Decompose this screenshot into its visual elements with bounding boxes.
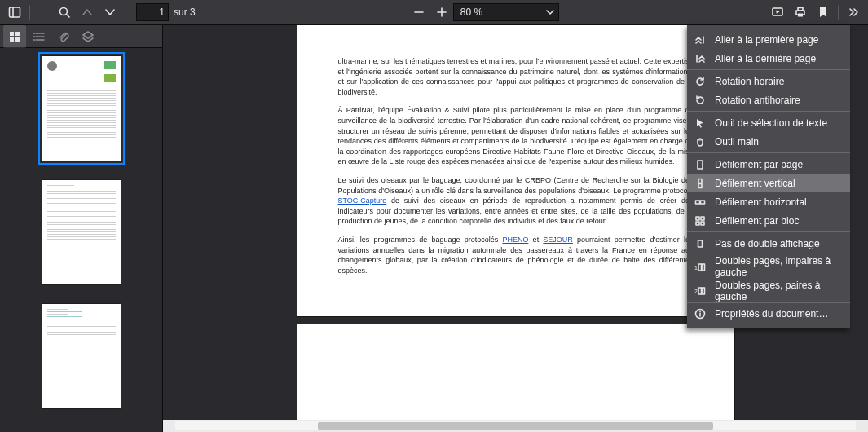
svg-rect-21: [698, 161, 703, 169]
svg-rect-26: [696, 217, 699, 220]
svg-point-20: [33, 39, 35, 41]
menu-label: Défilement par page: [715, 159, 842, 170]
separator: [838, 5, 839, 20]
svg-rect-25: [701, 201, 705, 204]
horizontal-scrollbar[interactable]: [163, 420, 868, 432]
svg-rect-13: [10, 37, 14, 42]
info-icon: [694, 307, 707, 320]
doc-text: À PatriNat, l'équipe Évaluation & Suivi …: [338, 106, 694, 165]
tools-menu-button[interactable]: [842, 1, 865, 24]
menu-label: Pas de double affichage: [715, 238, 842, 249]
svg-rect-29: [701, 222, 704, 225]
svg-text:2: 2: [694, 289, 698, 294]
hand-icon: [694, 135, 707, 148]
prev-page-button[interactable]: [76, 1, 99, 24]
page-1: ultra-marine, sur les thématiques terres…: [297, 25, 734, 316]
menu-label: Rotation antihoraire: [715, 95, 842, 106]
svg-rect-33: [702, 264, 705, 271]
sidebar: [0, 25, 163, 432]
menu-scroll-wrapped[interactable]: Défilement par bloc: [687, 211, 850, 230]
menu-label: Outil de sélection de texte: [715, 117, 842, 129]
menu-document-properties[interactable]: Propriétés du document…: [687, 305, 850, 324]
menu-label: Défilement par bloc: [715, 215, 842, 227]
svg-rect-28: [696, 222, 699, 225]
menu-first-page[interactable]: Aller à la première page: [687, 30, 850, 49]
scroll-horizontal-icon: [694, 196, 707, 209]
svg-point-19: [33, 36, 35, 37]
outline-tab[interactable]: [28, 25, 51, 48]
thumbnail-list: [0, 48, 162, 432]
menu-label: Doubles pages, impaires à gauche: [715, 256, 842, 279]
search-button[interactable]: [53, 1, 76, 24]
doc-text: Le suivi des oiseaux par le baguage, coo…: [338, 176, 694, 195]
menu-spread-odd[interactable]: 1 Doubles pages, impaires à gauche: [687, 253, 850, 282]
rotate-ccw-icon: [694, 94, 707, 107]
scrollbar-thumb[interactable]: [318, 422, 712, 430]
svg-point-18: [33, 33, 35, 34]
separator: [29, 5, 30, 20]
doc-text: ultra-marine, sur les thématiques terres…: [338, 57, 694, 96]
menu-scroll-page[interactable]: Défilement par page: [687, 155, 850, 174]
menu-label: Défilement vertical: [715, 178, 842, 189]
menu-rotate-cw[interactable]: Rotation horaire: [687, 72, 850, 90]
thumbnails-tab[interactable]: [3, 25, 26, 48]
thumbnail-page-2[interactable]: [42, 180, 121, 284]
print-button[interactable]: [789, 1, 812, 24]
svg-rect-12: [15, 32, 20, 36]
menu-rotate-ccw[interactable]: Rotation antihoraire: [687, 90, 850, 109]
svg-rect-14: [15, 37, 20, 42]
menu-text-select-tool[interactable]: Outil de sélection de texte: [687, 113, 850, 132]
cursor-icon: [694, 117, 707, 130]
menu-hand-tool[interactable]: Outil main: [687, 132, 850, 151]
bookmark-button[interactable]: [812, 1, 835, 24]
svg-rect-27: [701, 217, 704, 220]
thumbnail-page-3[interactable]: [42, 304, 121, 408]
svg-rect-23: [698, 183, 702, 187]
menu-label: Outil main: [715, 136, 842, 148]
layers-tab[interactable]: [77, 25, 99, 48]
doc-text: et: [528, 236, 543, 244]
svg-rect-11: [10, 32, 14, 36]
menu-label: Défilement horizontal: [715, 196, 842, 208]
svg-line-3: [67, 15, 70, 18]
scroll-vertical-icon: [694, 177, 707, 190]
menu-scroll-vertical[interactable]: Défilement vertical: [687, 174, 850, 192]
page-number-input[interactable]: [136, 3, 169, 21]
next-page-button[interactable]: [99, 1, 121, 24]
menu-last-page[interactable]: Aller à la dernière page: [687, 49, 850, 68]
link-stoc-capture[interactable]: STOC-Capture: [338, 196, 387, 205]
svg-point-38: [699, 311, 701, 313]
menu-scroll-horizontal[interactable]: Défilement horizontal: [687, 192, 850, 211]
attachments-tab[interactable]: [52, 25, 75, 48]
zoom-value: 80 %: [460, 7, 482, 18]
presentation-button[interactable]: [766, 1, 789, 24]
svg-rect-24: [696, 201, 700, 204]
svg-rect-9: [798, 8, 803, 11]
link-pheno[interactable]: PHENO: [502, 236, 528, 244]
thumbnail-page-1[interactable]: [42, 56, 121, 161]
zoom-out-button[interactable]: [408, 1, 430, 24]
main-toolbar: sur 3 80 %: [0, 0, 868, 25]
last-page-icon: [694, 52, 707, 65]
svg-text:1: 1: [694, 265, 698, 271]
svg-rect-35: [698, 288, 702, 294]
rotate-cw-icon: [694, 75, 707, 88]
tools-dropdown-menu: Aller à la première page Aller à la dern…: [687, 25, 850, 328]
svg-rect-32: [698, 264, 702, 271]
sidebar-toggle-button[interactable]: [3, 1, 26, 24]
spread-odd-icon: 1: [694, 261, 707, 274]
page-2: [297, 324, 734, 422]
link-sejour[interactable]: SEJOUR: [543, 236, 573, 244]
menu-spread-even[interactable]: 2 Doubles pages, paires à gauche: [687, 282, 850, 301]
scroll-wrapped-icon: [694, 214, 707, 227]
doc-text: Ainsi, les programmes de baguage protoco…: [338, 236, 503, 244]
svg-rect-0: [10, 7, 20, 17]
menu-label: Aller à la dernière page: [715, 53, 842, 64]
zoom-select[interactable]: 80 %: [453, 3, 559, 21]
menu-spread-none[interactable]: Pas de double affichage: [687, 234, 850, 253]
spread-even-icon: 2: [694, 284, 707, 298]
svg-rect-36: [702, 288, 705, 294]
svg-rect-22: [698, 179, 702, 183]
zoom-in-button[interactable]: [430, 1, 453, 24]
menu-label: Rotation horaire: [715, 76, 842, 87]
